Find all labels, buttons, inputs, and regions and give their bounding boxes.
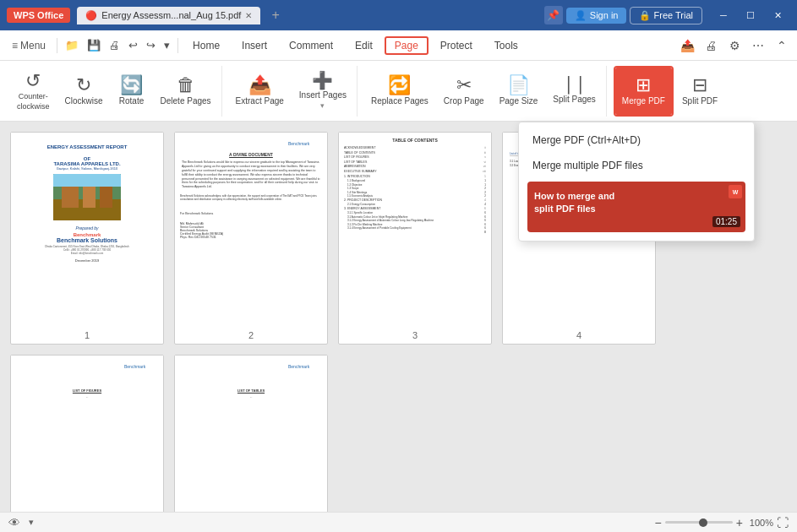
status-bar: 👁 ▾ − + 100% ⛶ (0, 512, 797, 532)
delete-pages-button[interactable]: 🗑 Delete Pages (154, 68, 218, 115)
svg-rect-4 (100, 184, 112, 208)
clockwise-label: Clockwise (65, 96, 103, 106)
tab-page[interactable]: Page (385, 36, 429, 55)
menu-toggle-button[interactable]: ≡ ≡ Menu Menu (5, 36, 52, 55)
file-tab-name: Energy Assessm...nal_Aug 15.pdf (101, 10, 241, 20)
page-2-number: 2 (175, 327, 327, 344)
sign-in-button[interactable]: 👤 Sign in (566, 8, 627, 24)
toolbar: ↺ Counter- clockwise ↻ Clockwise 🔄 Rotat… (0, 61, 797, 122)
tab-tools[interactable]: Tools (484, 36, 528, 55)
history-dropdown[interactable]: ▾ (161, 36, 173, 54)
insert-pages-button[interactable]: ➕ Insert Pages ▾ (292, 68, 353, 115)
page-size-button[interactable]: 📄 Page Size (493, 68, 545, 115)
merge-pdf-wrapper: ⊞ Merge PDF (614, 66, 674, 117)
extract-page-label: Extract Page (236, 96, 284, 106)
page-3-thumbnail[interactable]: TABLE OF CONTENTS ACKNOWLEDGEMENTii TABL… (338, 132, 492, 345)
menu-right-icons: 📤 🖨 ⚙ ⋯ ⌃ (677, 35, 792, 56)
tab-protect[interactable]: Protect (430, 36, 483, 55)
undo-button[interactable]: ↩ (125, 36, 141, 54)
rotate-group: ↺ Counter- clockwise ↻ Clockwise 🔄 Rotat… (7, 66, 222, 117)
delete-pages-label: Delete Pages (161, 96, 211, 106)
clockwise-button[interactable]: ↻ Clockwise (58, 68, 110, 115)
page-6-thumbnail[interactable]: Benchmark LIST OF TABLES ··· 6 (174, 355, 328, 512)
share-icon[interactable]: 📤 (677, 35, 697, 56)
crop-page-button[interactable]: ✂ Crop Page (437, 68, 491, 115)
fullscreen-button[interactable]: ⛶ (777, 516, 789, 529)
new-tab-button[interactable]: + (267, 8, 283, 23)
zoom-out-button[interactable]: − (654, 516, 661, 529)
replace-pages-icon: 🔁 (388, 76, 411, 95)
counterclockwise-icon: ↺ (25, 72, 41, 90)
zoom-in-button[interactable]: + (736, 516, 743, 529)
title-bar: WPS Office 🔴 Energy Assessm...nal_Aug 15… (0, 0, 797, 30)
page-1-thumbnail[interactable]: ENERGY ASSESSMENT REPORT OF TARASIMA APP… (10, 132, 164, 345)
free-trial-button[interactable]: 🔒 Free Trial (630, 7, 702, 24)
save-button[interactable]: 💾 (84, 36, 104, 54)
print-button[interactable]: 🖨 (106, 36, 123, 54)
insert-pages-dropdown: ▾ (320, 101, 325, 110)
merge-multiple-option[interactable]: Merge multiple PDF files (519, 153, 754, 178)
lock-icon: 🔒 (639, 10, 651, 20)
menu-divider-2 (177, 38, 178, 53)
counterclockwise-label: Counter- (19, 92, 48, 100)
page-5-thumbnail[interactable]: Benchmark LIST OF FIGURES ··· 5 (10, 355, 164, 512)
close-button[interactable]: ✕ (765, 6, 790, 24)
insert-pages-label: Insert Pages (299, 90, 347, 100)
minimize-button[interactable]: ─ (711, 6, 736, 24)
tab-edit[interactable]: Edit (345, 36, 383, 55)
restore-button[interactable]: ☐ (738, 6, 763, 24)
tab-home[interactable]: Home (183, 36, 230, 55)
extract-page-button[interactable]: 📤 Extract Page (229, 68, 291, 115)
svg-rect-5 (53, 174, 121, 187)
delete-pages-icon: 🗑 (177, 76, 195, 95)
merge-pdf-shortcut[interactable]: Merge PDF (Ctrl+Alt+D) (519, 128, 754, 153)
split-pages-label: Split Pages (553, 95, 596, 104)
pdf-file-icon: 🔴 (85, 10, 97, 21)
view-icon[interactable]: 👁 (8, 516, 20, 529)
replace-group: 🔁 Replace Pages ✂ Crop Page 📄 Page Size … (361, 66, 607, 117)
page-2-preview: Benchmark A DIVINE DOCUMENT The Benchmar… (175, 133, 327, 327)
split-pdf-button[interactable]: ⊟ Split PDF (675, 68, 724, 115)
close-tab-button[interactable]: ✕ (245, 11, 252, 20)
split-pdf-label: Split PDF (682, 96, 718, 106)
settings-icon[interactable]: ⚙ (724, 35, 745, 56)
counterclockwise-button[interactable]: ↺ Counter- clockwise (10, 68, 57, 115)
merge-pdf-button[interactable]: ⊞ Merge PDF (615, 68, 672, 115)
replace-pages-button[interactable]: 🔁 Replace Pages (364, 68, 435, 115)
replace-pages-label: Replace Pages (371, 96, 429, 106)
split-pages-icon: ⎪⎪ (563, 78, 587, 93)
user-icon: 👤 (575, 10, 587, 21)
wps-office-logo: WPS Office (7, 8, 70, 23)
tab-insert[interactable]: Insert (232, 36, 277, 55)
page-3-number: 3 (339, 327, 491, 344)
crop-page-label: Crop Page (444, 96, 484, 106)
page-3-preview: TABLE OF CONTENTS ACKNOWLEDGEMENTii TABL… (339, 133, 491, 327)
split-pdf-icon: ⊟ (692, 76, 707, 95)
svg-rect-3 (83, 187, 96, 208)
print-right-icon[interactable]: 🖨 (701, 35, 721, 56)
tab-comment[interactable]: Comment (279, 36, 343, 55)
collapse-ribbon-icon[interactable]: ⌃ (772, 35, 792, 56)
zoom-controls: − + 100% ⛶ (654, 516, 789, 529)
zoom-level: 100% (750, 518, 773, 528)
menu-tabs: Home Insert Comment Edit Page Protect To… (183, 36, 675, 55)
svg-text:Benchmark: Benchmark (288, 364, 310, 369)
page-1-preview: ENERGY ASSESSMENT REPORT OF TARASIMA APP… (11, 133, 163, 327)
zoom-slider[interactable] (665, 521, 733, 524)
rotate-button[interactable]: 🔄 Rotate (112, 68, 152, 115)
video-duration: 01:25 (712, 216, 740, 227)
menu-bar: ≡ ≡ Menu Menu 📁 💾 🖨 ↩ ↪ ▾ Home Insert Co… (0, 30, 797, 61)
extract-group: 📤 Extract Page ➕ Insert Pages ▾ (226, 66, 358, 117)
page-1-number: 1 (11, 327, 163, 344)
pin-button[interactable]: 📌 (544, 6, 563, 24)
redo-button[interactable]: ↪ (143, 36, 159, 54)
merge-pdf-dropdown: Merge PDF (Ctrl+Alt+D) Merge multiple PD… (518, 122, 755, 242)
open-folder-button[interactable]: 📁 (62, 36, 82, 54)
file-tab[interactable]: 🔴 Energy Assessm...nal_Aug 15.pdf ✕ (77, 7, 260, 24)
view-settings-icon[interactable]: ▾ (29, 517, 34, 528)
clockwise-icon: ↻ (76, 76, 91, 95)
more-options-icon[interactable]: ⋯ (748, 35, 768, 56)
page-2-thumbnail[interactable]: Benchmark A DIVINE DOCUMENT The Benchmar… (174, 132, 328, 345)
tutorial-video[interactable]: W How to merge and split PDF files 01:25 (527, 182, 745, 232)
split-pages-button[interactable]: ⎪⎪ Split Pages (546, 68, 603, 115)
